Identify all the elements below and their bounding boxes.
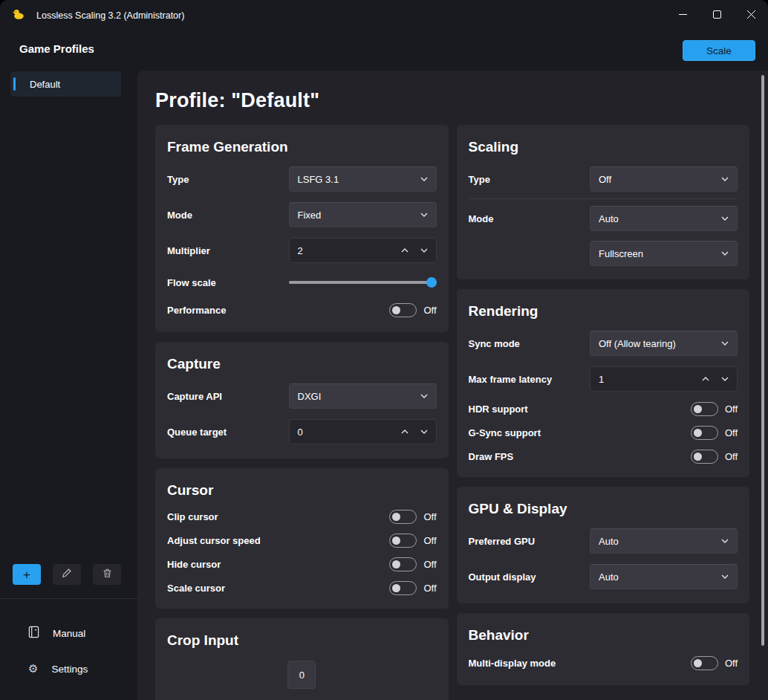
chevron-down-icon[interactable] xyxy=(420,430,428,434)
hide-cursor-state: Off xyxy=(423,559,436,570)
sync-mode-select[interactable]: Off (Allow tearing) xyxy=(590,331,738,356)
preferred-gpu-select[interactable]: Auto xyxy=(590,528,738,554)
gsync-support-toggle[interactable] xyxy=(691,426,718,440)
sync-mode-label: Sync mode xyxy=(469,338,590,349)
max-frame-latency-stepper[interactable]: 1 xyxy=(590,366,738,392)
scaling-window-mode-value: Fullscreen xyxy=(599,248,643,259)
fg-type-select[interactable]: LSFG 3.1 xyxy=(289,166,437,192)
clip-cursor-toggle[interactable] xyxy=(389,510,417,524)
delete-profile-button[interactable] xyxy=(93,564,121,585)
scaling-type-select[interactable]: Off xyxy=(590,166,738,192)
chevron-up-icon[interactable] xyxy=(401,430,409,434)
manual-book-icon xyxy=(28,626,39,641)
toggle-knob xyxy=(392,537,400,545)
chevron-down-icon xyxy=(721,574,729,579)
draw-fps-state: Off xyxy=(725,451,738,462)
maximize-button[interactable] xyxy=(700,0,734,28)
slider-track xyxy=(289,281,437,284)
chevron-down-icon[interactable] xyxy=(721,377,729,381)
capture-api-label: Capture API xyxy=(167,391,289,402)
output-display-label: Output display xyxy=(469,571,590,583)
toggle-knob xyxy=(694,453,702,461)
card-title: Capture xyxy=(167,356,437,372)
performance-state: Off xyxy=(423,305,436,316)
settings-label: Settings xyxy=(51,664,88,675)
adjust-cursor-speed-label: Adjust cursor speed xyxy=(167,535,389,546)
fg-multiplier-stepper[interactable]: 2 xyxy=(289,238,437,263)
edit-profile-button[interactable] xyxy=(53,564,81,585)
card-title: Cursor xyxy=(167,482,437,499)
card-title: Crop Input xyxy=(167,632,437,649)
scaling-mode-select[interactable]: Auto xyxy=(590,206,738,231)
chevron-up-icon[interactable] xyxy=(702,377,709,381)
close-button[interactable] xyxy=(734,0,768,28)
card-title: Frame Generation xyxy=(167,139,437,155)
capture-api-select[interactable]: DXGI xyxy=(289,383,437,409)
flow-scale-slider[interactable] xyxy=(289,277,437,288)
titlebar: Lossless Scaling 3.2 (Administrator) xyxy=(0,0,768,30)
slider-handle[interactable] xyxy=(426,277,437,288)
toggle-knob xyxy=(694,405,702,413)
add-profile-button[interactable]: + xyxy=(13,564,41,585)
chevron-down-icon xyxy=(721,251,729,256)
sidebar-item-default-profile[interactable]: Default xyxy=(10,71,121,97)
behavior-card: Behavior Multi-display mode Off xyxy=(457,613,750,685)
hide-cursor-toggle[interactable] xyxy=(389,557,417,571)
gsync-support-label: G-Sync support xyxy=(469,427,691,438)
chevron-down-icon xyxy=(721,216,729,221)
performance-toggle[interactable] xyxy=(389,303,417,317)
toggle-knob xyxy=(392,560,400,568)
scaling-card: Scaling Type Off Mode Auto xyxy=(457,125,750,279)
multi-display-mode-toggle[interactable] xyxy=(691,656,718,670)
fg-mode-value: Fixed xyxy=(298,210,322,221)
scale-button[interactable]: Scale xyxy=(683,40,755,61)
scaling-mode-value: Auto xyxy=(599,213,619,224)
multi-display-mode-label: Multi-display mode xyxy=(469,658,691,669)
hdr-support-toggle[interactable] xyxy=(691,402,718,416)
chevron-down-icon xyxy=(420,394,428,398)
clip-cursor-label: Clip cursor xyxy=(167,511,389,522)
app-title: Lossless Scaling 3.2 (Administrator) xyxy=(36,10,184,21)
chevron-up-icon[interactable] xyxy=(401,248,409,253)
hdr-support-state: Off xyxy=(725,404,738,415)
page-section-title: Game Profiles xyxy=(19,42,94,55)
scrollbar-thumb[interactable] xyxy=(761,75,764,646)
queue-target-label: Queue target xyxy=(167,427,289,438)
profile-name: Default xyxy=(30,79,60,90)
gpu-display-card: GPU & Display Preferred GPU Auto Output … xyxy=(457,487,750,603)
draw-fps-toggle[interactable] xyxy=(691,450,718,464)
crop-top-input[interactable]: 0 xyxy=(287,661,316,689)
toggle-knob xyxy=(392,513,400,521)
adjust-cursor-speed-state: Off xyxy=(423,535,436,546)
selected-indicator xyxy=(13,77,16,91)
scale-cursor-toggle[interactable] xyxy=(389,581,417,595)
chevron-down-icon xyxy=(721,177,729,181)
chevron-down-icon[interactable] xyxy=(420,248,428,253)
sidebar-item-manual[interactable]: Manual xyxy=(0,622,137,644)
output-display-select[interactable]: Auto xyxy=(590,564,738,589)
card-title: Rendering xyxy=(469,303,738,320)
multi-display-mode-state: Off xyxy=(725,658,738,669)
clip-cursor-state: Off xyxy=(423,511,436,522)
rendering-card: Rendering Sync mode Off (Allow tearing) … xyxy=(457,289,750,477)
fg-flow-scale-label: Flow scale xyxy=(167,277,289,288)
frame-generation-card: Frame Generation Type LSFG 3.1 Mode Fix xyxy=(155,125,449,332)
card-title: Scaling xyxy=(469,139,738,155)
sync-mode-value: Off (Allow tearing) xyxy=(599,338,676,349)
fg-mode-select[interactable]: Fixed xyxy=(289,202,437,227)
left-column: Frame Generation Type LSFG 3.1 Mode Fix xyxy=(155,125,449,700)
minimize-button[interactable] xyxy=(666,0,700,28)
main-panel: Profile: "Default" Frame Generation Type… xyxy=(137,71,768,700)
chevron-down-icon xyxy=(420,177,428,181)
preferred-gpu-value: Auto xyxy=(599,536,619,547)
sidebar-divider xyxy=(0,598,137,599)
sidebar-item-settings[interactable]: ⚙ Settings xyxy=(0,658,137,680)
scaling-window-mode-select[interactable]: Fullscreen xyxy=(590,241,738,266)
toggle-knob xyxy=(392,306,400,314)
chevron-down-icon xyxy=(721,539,729,543)
fg-type-label: Type xyxy=(167,174,289,185)
adjust-cursor-speed-toggle[interactable] xyxy=(389,534,417,548)
max-frame-latency-value: 1 xyxy=(599,374,604,385)
queue-target-stepper[interactable]: 0 xyxy=(289,419,437,444)
hide-cursor-label: Hide cursor xyxy=(167,559,389,570)
